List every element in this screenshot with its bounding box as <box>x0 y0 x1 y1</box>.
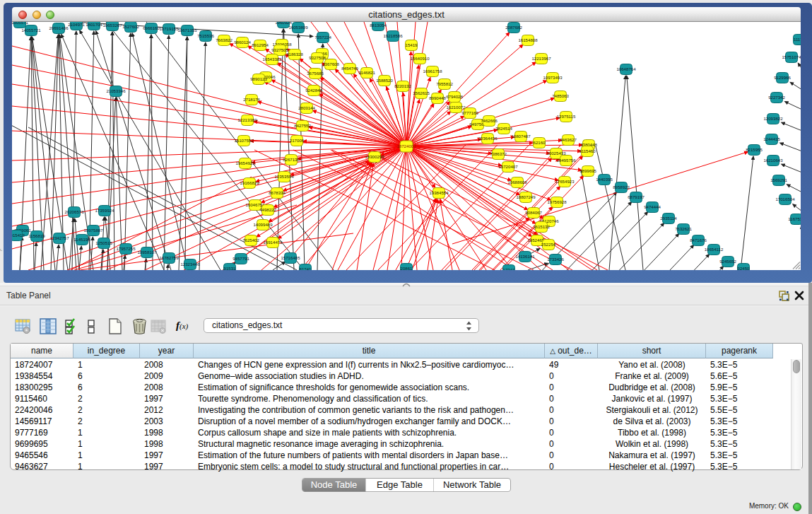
svg-text:14136141: 14136141 <box>515 254 535 259</box>
svg-text:9115460: 9115460 <box>579 148 596 153</box>
svg-text:10025433: 10025433 <box>546 151 566 156</box>
svg-text:10973493: 10973493 <box>543 75 563 80</box>
svg-text:20691406: 20691406 <box>49 25 69 30</box>
svg-text:6966160: 6966160 <box>143 25 160 30</box>
svg-text:6794028: 6794028 <box>446 94 463 99</box>
svg-text:16914479: 16914479 <box>263 240 283 245</box>
svg-text:9327508: 9327508 <box>309 55 326 60</box>
svg-text:16107552: 16107552 <box>234 138 254 143</box>
svg-text:17957255: 17957255 <box>116 246 136 251</box>
svg-text:7625402: 7625402 <box>242 238 259 243</box>
svg-text:12213389: 12213389 <box>237 117 257 122</box>
svg-text:8267130: 8267130 <box>283 157 300 162</box>
svg-text:4498222: 4498222 <box>259 207 276 212</box>
svg-text:1440395: 1440395 <box>596 177 613 182</box>
svg-text:17359924: 17359924 <box>95 208 114 213</box>
svg-text:7386372: 7386372 <box>490 151 507 156</box>
svg-text:1615132: 1615132 <box>533 224 550 229</box>
svg-text:9146821: 9146821 <box>358 70 375 75</box>
svg-text:15751074: 15751074 <box>782 54 801 59</box>
svg-text:2803144: 2803144 <box>298 105 315 110</box>
svg-text:17341: 17341 <box>503 267 516 270</box>
svg-text:1562615: 1562615 <box>413 90 430 95</box>
svg-text:16543382: 16543382 <box>262 57 282 62</box>
svg-text:21053346: 21053346 <box>106 88 126 93</box>
svg-text:15716485: 15716485 <box>281 255 300 260</box>
svg-text:18495756: 18495756 <box>556 158 576 163</box>
svg-text:16210643: 16210643 <box>763 158 783 163</box>
svg-text:92450: 92450 <box>738 266 751 270</box>
svg-text:16961758: 16961758 <box>423 69 442 74</box>
svg-text:7515536: 7515536 <box>197 33 214 38</box>
svg-text:2367608: 2367608 <box>322 62 339 66</box>
svg-text:12342757: 12342757 <box>49 235 69 240</box>
svg-text:7632621: 7632621 <box>675 226 692 231</box>
svg-text:7663822: 7663822 <box>216 37 233 42</box>
svg-text:8454749: 8454749 <box>341 66 358 71</box>
svg-text:3915412: 3915412 <box>12 233 25 238</box>
svg-text:8813054: 8813054 <box>370 23 387 28</box>
svg-text:2104971: 2104971 <box>68 22 85 27</box>
svg-text:19166829: 19166829 <box>240 180 259 185</box>
svg-text:7357224: 7357224 <box>314 35 331 40</box>
svg-text:2087682: 2087682 <box>505 25 522 30</box>
svg-text:1801704: 1801704 <box>86 22 102 27</box>
svg-text:9463627: 9463627 <box>560 137 577 142</box>
svg-text:8678334: 8678334 <box>269 190 286 195</box>
svg-text:10654112: 10654112 <box>705 247 724 252</box>
svg-text:16154808: 16154808 <box>518 37 538 42</box>
svg-text:16210072: 16210072 <box>446 105 466 110</box>
svg-text:9084067: 9084067 <box>525 210 542 215</box>
svg-text:10653267: 10653267 <box>102 23 122 28</box>
svg-text:16053809: 16053809 <box>288 25 308 30</box>
svg-text:7955812: 7955812 <box>436 81 453 86</box>
svg-text:9457791: 9457791 <box>233 256 249 261</box>
svg-text:3675685: 3675685 <box>307 71 324 76</box>
svg-text:1167533: 1167533 <box>788 216 801 221</box>
svg-text:9242848: 9242848 <box>305 88 322 93</box>
svg-text:11173: 11173 <box>794 37 801 42</box>
svg-text:9245652: 9245652 <box>719 259 736 264</box>
svg-text:1905571: 1905571 <box>12 22 28 25</box>
svg-text:2935114: 2935114 <box>660 216 677 221</box>
svg-text:8215955: 8215955 <box>746 147 763 152</box>
svg-text:1588520: 1588520 <box>376 78 393 83</box>
svg-text:9890123: 9890123 <box>250 76 267 81</box>
svg-text:1527602: 1527602 <box>122 24 139 29</box>
svg-text:18724007: 18724007 <box>396 144 416 148</box>
svg-text:1244415: 1244415 <box>763 136 780 141</box>
svg-text:1250515: 1250515 <box>95 240 112 245</box>
svg-text:1156819: 1156819 <box>28 233 45 238</box>
svg-text:9777169: 9777169 <box>461 110 478 115</box>
svg-text:17654923: 17654923 <box>555 179 575 184</box>
svg-text:91531: 91531 <box>224 266 237 270</box>
svg-text:2718176: 2718176 <box>243 97 260 102</box>
svg-text:8958923: 8958923 <box>613 185 630 189</box>
svg-text:7485063: 7485063 <box>552 93 569 98</box>
svg-text:6899695: 6899695 <box>579 168 596 173</box>
svg-text:8912954: 8912954 <box>252 42 269 47</box>
svg-text:17016504: 17016504 <box>775 197 795 201</box>
svg-text:19218586: 19218586 <box>383 33 403 38</box>
svg-text:62160: 62160 <box>534 140 546 145</box>
svg-text:19654925: 19654925 <box>235 160 255 165</box>
svg-text:12975115: 12975115 <box>557 114 576 119</box>
svg-text:15720407: 15720407 <box>498 164 518 169</box>
svg-text:252254: 252254 <box>541 242 556 247</box>
svg-text:81741: 81741 <box>300 267 312 270</box>
svg-text:10975887: 10975887 <box>83 228 103 233</box>
svg-text:20364436: 20364436 <box>478 136 498 141</box>
svg-text:9227342: 9227342 <box>768 95 785 100</box>
svg-text:12213967: 12213967 <box>531 56 551 61</box>
svg-text:8471676: 8471676 <box>690 238 707 243</box>
svg-text:12093822: 12093822 <box>763 116 783 121</box>
svg-text:15640910: 15640910 <box>410 56 430 61</box>
svg-text:12323446: 12323446 <box>180 262 200 267</box>
svg-text:9860124: 9860124 <box>234 40 251 45</box>
svg-text:10648764: 10648764 <box>616 66 636 71</box>
svg-text:217006: 217006 <box>290 138 305 143</box>
svg-text:9129966: 9129966 <box>774 75 791 80</box>
svg-text:6879197: 6879197 <box>628 194 645 199</box>
svg-text:20206576: 20206576 <box>64 209 84 214</box>
svg-text:8990448: 8990448 <box>429 95 446 100</box>
